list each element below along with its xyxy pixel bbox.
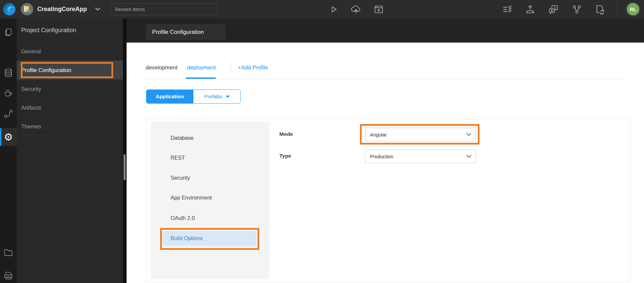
svg-text:LOG: LOG (6, 275, 11, 278)
mode-label: Mode (279, 131, 293, 137)
prefabs-caret-icon (226, 96, 230, 98)
type-select[interactable]: Production (365, 150, 476, 163)
tabs-rule (146, 79, 625, 79)
mode-select[interactable]: Angular (365, 128, 476, 142)
tab-deployment[interactable]: deployment (187, 64, 216, 71)
top-bar: CreatingCoreApp (0, 0, 644, 18)
sidebar-item-artifacts[interactable]: Artifacts (17, 98, 123, 117)
prefabs-toggle-button[interactable]: Prefabs (193, 90, 240, 103)
sidebar-title: Project Configuration (17, 18, 123, 42)
rail-pages-icon[interactable] (0, 23, 17, 41)
config-menu-security[interactable]: Security (151, 171, 270, 185)
rail-database-icon[interactable] (0, 64, 17, 81)
sidebar-scroll-track (123, 18, 127, 283)
add-profile-button[interactable]: +Add Profile (238, 64, 268, 71)
project-name: CreatingCoreApp (37, 0, 87, 18)
project-menu-caret-icon[interactable] (95, 7, 101, 11)
build-options-card: Database REST Security App Environment O… (146, 118, 631, 282)
preview-window-icon[interactable] (373, 4, 384, 15)
tab-divider (231, 62, 231, 73)
config-menu-database[interactable]: Database (151, 131, 270, 146)
sidebar-item-themes[interactable]: Themes (17, 117, 123, 136)
type-value: Production (365, 154, 393, 159)
localization-icon[interactable]: A (548, 4, 559, 15)
config-menu-rest[interactable]: REST (151, 151, 270, 165)
mode-chevron-icon (466, 132, 471, 136)
application-toggle-button[interactable]: Application (146, 90, 193, 103)
config-menu: Database REST Security App Environment O… (151, 121, 270, 279)
tab-development[interactable]: development (146, 64, 177, 71)
recent-items-input[interactable] (111, 3, 218, 15)
type-label: Type (279, 153, 291, 159)
target-toggle: Application Prefabs (146, 90, 241, 104)
rail-apis-icon[interactable] (0, 105, 17, 122)
checklist-icon[interactable] (502, 4, 513, 15)
deploy-cloud-icon[interactable] (351, 4, 361, 15)
sidebar-item-security[interactable]: Security (17, 79, 123, 98)
project-icon[interactable] (21, 3, 33, 15)
topbar-divider (617, 1, 618, 17)
gear-icon: ⚙ (4, 132, 13, 142)
avatar-initials: RL (627, 3, 639, 15)
rail-app-logs-icon[interactable]: LOG (0, 267, 17, 283)
rail-file-explorer-icon[interactable] (0, 244, 17, 261)
config-menu-oauth[interactable]: OAuth 2.0 (151, 211, 270, 226)
settings-sidebar: Project Configuration General Profile Co… (17, 18, 123, 283)
left-icon-rail: ⚙ LOG (0, 18, 17, 283)
type-chevron-icon (466, 154, 471, 158)
run-icon[interactable] (328, 4, 339, 15)
export-icon[interactable] (525, 4, 536, 15)
user-avatar[interactable]: RL (626, 2, 641, 17)
file-sync-icon[interactable] (594, 4, 605, 15)
open-document-tab[interactable]: Profile Configuration (146, 24, 226, 40)
mode-value: Angular (365, 132, 387, 137)
rail-settings-icon[interactable]: ⚙ (0, 128, 17, 146)
version-control-icon[interactable] (571, 4, 582, 15)
sidebar-item-profile-configuration[interactable]: Profile Configuration (17, 61, 123, 79)
rail-java-services-icon[interactable] (0, 83, 17, 101)
sidebar-scrollbar-thumb[interactable] (124, 154, 126, 180)
app-window: CreatingCoreApp (0, 0, 644, 283)
config-menu-build-options[interactable]: Build Options (163, 231, 257, 246)
wavemaker-logo-icon[interactable] (2, 2, 16, 16)
sidebar-item-general[interactable]: General (17, 42, 123, 61)
config-menu-app-environment[interactable]: App Environment (151, 190, 270, 205)
prefabs-label: Prefabs (204, 94, 222, 100)
